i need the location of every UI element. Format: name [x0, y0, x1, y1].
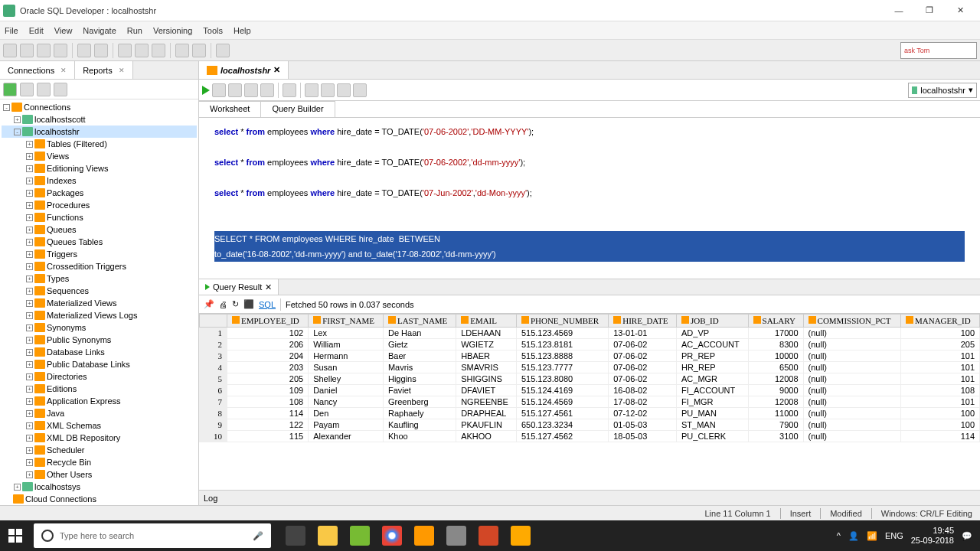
- language-indicator[interactable]: ENG: [885, 531, 903, 540]
- find-icon[interactable]: [321, 83, 335, 97]
- explorer-icon[interactable]: [312, 520, 343, 551]
- table-row[interactable]: 6109DanielFavietDFAVIET515.124.416916-08…: [200, 385, 980, 396]
- sql-history-icon[interactable]: [283, 83, 296, 97]
- tree-node[interactable]: +XML Schemas: [2, 419, 197, 432]
- new-icon[interactable]: [3, 44, 17, 57]
- mic-icon[interactable]: 🎤: [253, 531, 263, 541]
- search-box[interactable]: Type here to search🎤: [34, 523, 271, 548]
- table-row[interactable]: 10115AlexanderKhooAKHOO515.127.456218-05…: [200, 431, 980, 442]
- add-connection-icon[interactable]: [3, 83, 17, 96]
- tree-node[interactable]: +Crossedition Triggers: [2, 260, 197, 272]
- tree-node[interactable]: +Editions: [2, 383, 197, 395]
- menu-versioning[interactable]: Versioning: [153, 26, 192, 35]
- reports-tab[interactable]: Reports✕: [75, 61, 133, 79]
- col-header[interactable]: JOB_ID: [676, 315, 748, 328]
- tree-node[interactable]: +Public Synonyms: [2, 334, 197, 346]
- col-header[interactable]: FIRST_NAME: [309, 315, 384, 328]
- tree-node[interactable]: +Functions: [2, 211, 197, 223]
- col-header[interactable]: EMPLOYEE_ID: [227, 315, 309, 328]
- open-icon[interactable]: [20, 44, 34, 57]
- tree-node[interactable]: +localhostsys: [2, 481, 197, 493]
- menu-view[interactable]: View: [54, 26, 73, 35]
- close-icon[interactable]: ✕: [119, 67, 125, 74]
- paste-icon[interactable]: [152, 44, 165, 57]
- col-header[interactable]: SALARY: [748, 315, 803, 328]
- chrome-icon[interactable]: [377, 520, 407, 551]
- sql-link[interactable]: SQL: [259, 300, 276, 309]
- table-row[interactable]: 2206WilliamGietzWGIETZ515.123.818107-06-…: [200, 339, 980, 350]
- back-icon[interactable]: [175, 44, 189, 57]
- table-row[interactable]: 7108NancyGreenbergNGREENBE515.124.456917…: [200, 396, 980, 408]
- sqldev-icon[interactable]: [441, 520, 472, 551]
- table-row[interactable]: 5205ShelleyHigginsSHIGGINS515.123.808007…: [200, 373, 980, 385]
- explain-icon[interactable]: [244, 83, 258, 97]
- copy-icon[interactable]: [135, 44, 149, 57]
- start-button[interactable]: [0, 520, 31, 551]
- tree-node[interactable]: +Views: [2, 150, 197, 162]
- forward-icon[interactable]: [192, 44, 206, 57]
- menu-help[interactable]: Help: [234, 26, 251, 35]
- close-icon[interactable]: ✕: [273, 65, 280, 75]
- tree-node[interactable]: +Directories: [2, 370, 197, 383]
- menu-tools[interactable]: Tools: [203, 26, 223, 35]
- undo-icon[interactable]: [77, 44, 91, 57]
- tree-node[interactable]: +Editioning Views: [2, 162, 197, 174]
- task-view-icon[interactable]: [280, 520, 311, 551]
- tree-node[interactable]: +Sequences: [2, 285, 197, 297]
- col-header[interactable]: COMMISSION_PCT: [803, 315, 900, 328]
- save-all-icon[interactable]: [54, 44, 67, 57]
- tree-node[interactable]: +Procedures: [2, 199, 197, 211]
- query-result-tab[interactable]: Query Result✕: [199, 279, 279, 295]
- col-header[interactable]: EMAIL: [456, 315, 517, 328]
- tree-node[interactable]: +Materialized Views: [2, 297, 197, 309]
- tree-node[interactable]: +Synonyms: [2, 321, 197, 334]
- close-icon[interactable]: ✕: [265, 282, 272, 292]
- editor-tab[interactable]: localhostshr✕: [199, 61, 289, 79]
- tree-node[interactable]: +Other Users: [2, 468, 197, 481]
- print-icon[interactable]: 🖨: [219, 300, 227, 309]
- stop-icon[interactable]: ⬛: [243, 299, 254, 309]
- table-row[interactable]: 9122PayamKauflingPKAUFLIN650.123.323401-…: [200, 419, 980, 431]
- col-header[interactable]: LAST_NAME: [383, 315, 456, 328]
- tree-node[interactable]: +Materialized Views Logs: [2, 309, 197, 321]
- clock[interactable]: 19:4525-09-2018: [911, 526, 954, 546]
- table-row[interactable]: 4203SusanMavrisSMAVRIS515.123.777707-06-…: [200, 362, 980, 373]
- connections-tab[interactable]: Connections✕: [0, 61, 75, 79]
- table-row[interactable]: 1102LexDe HaanLDEHAAN515.123.456913-01-0…: [200, 328, 980, 339]
- filter-icon[interactable]: [37, 83, 51, 96]
- clear-icon[interactable]: [337, 83, 351, 97]
- tree-node[interactable]: +Types: [2, 272, 197, 285]
- tree-node[interactable]: +Tables (Filtered): [2, 138, 197, 150]
- debug-icon[interactable]: [216, 44, 230, 57]
- menu-edit[interactable]: Edit: [29, 26, 44, 35]
- col-header[interactable]: PHONE_NUMBER: [516, 315, 608, 328]
- run-script-icon[interactable]: [212, 83, 226, 97]
- cut-icon[interactable]: [118, 44, 132, 57]
- network-icon[interactable]: 📶: [867, 531, 877, 541]
- pin-icon[interactable]: 📌: [204, 299, 214, 309]
- log-tab[interactable]: Log: [199, 490, 980, 505]
- tray-up-icon[interactable]: ^: [837, 531, 841, 540]
- table-row[interactable]: 8114DenRaphaelyDRAPHEAL515.127.456107-12…: [200, 408, 980, 419]
- menu-navigate[interactable]: Navigate: [83, 26, 116, 35]
- ppt-icon[interactable]: [473, 520, 504, 551]
- tree-node[interactable]: +localhostscott: [2, 113, 197, 126]
- minimize-button[interactable]: —: [888, 3, 910, 18]
- result-grid[interactable]: EMPLOYEE_IDFIRST_NAMELAST_NAMEEMAILPHONE…: [199, 314, 980, 490]
- table-row[interactable]: 3204HermannBaerHBAER515.123.888807-06-02…: [200, 350, 980, 362]
- tree-node[interactable]: -localhostshr: [2, 126, 197, 138]
- app-icon[interactable]: [345, 520, 375, 551]
- tree-node[interactable]: -Connections: [2, 101, 197, 113]
- maximize-button[interactable]: ❐: [919, 3, 940, 18]
- tree-node[interactable]: Cloud Connections: [2, 493, 197, 505]
- tree-node[interactable]: +Scheduler: [2, 444, 197, 456]
- ask-tom-box[interactable]: ask Tom: [900, 42, 977, 59]
- tree-node[interactable]: +Application Express: [2, 395, 197, 407]
- tree-node[interactable]: +Database Links: [2, 346, 197, 358]
- tree-node[interactable]: +Recycle Bin: [2, 456, 197, 468]
- tool2-icon[interactable]: [353, 83, 367, 97]
- col-header[interactable]: MANAGER_ID: [900, 315, 979, 328]
- col-header[interactable]: HIRE_DATE: [609, 315, 677, 328]
- people-icon[interactable]: 👤: [848, 531, 859, 541]
- tree-node[interactable]: +Packages: [2, 187, 197, 199]
